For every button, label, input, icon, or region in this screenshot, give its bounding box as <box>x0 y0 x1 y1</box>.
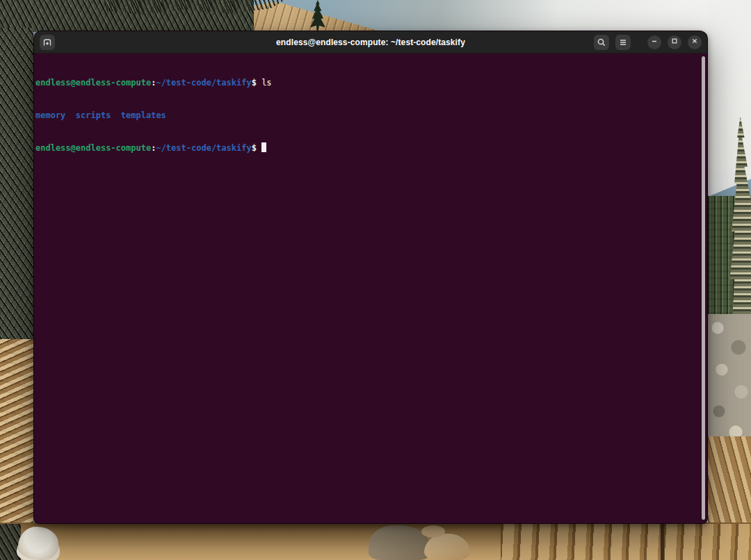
terminal-window: endless@endless-compute: ~/test-code/tas… <box>33 31 708 524</box>
close-x-icon <box>691 37 699 47</box>
close-button[interactable] <box>688 35 702 49</box>
maximize-square-icon <box>670 37 679 47</box>
wallpaper-rocky-slope <box>708 314 751 446</box>
minimize-button[interactable] <box>647 35 661 49</box>
titlebar[interactable]: endless@endless-compute: ~/test-code/tas… <box>34 31 707 53</box>
wallpaper-woodpile-left <box>0 339 33 541</box>
new-tab-button[interactable] <box>40 35 55 50</box>
terminal-content[interactable]: endless@endless-compute:~/test-code/task… <box>34 54 707 523</box>
wallpaper-stone-small <box>421 525 445 538</box>
wallpaper-shadow-bottom-left <box>0 524 21 560</box>
search-button[interactable] <box>594 35 609 50</box>
menu-button[interactable] <box>615 35 631 50</box>
terminal-line-prompt-1: endless@endless-compute:~/test-code/task… <box>35 78 706 89</box>
wallpaper-planks-bottom-left <box>42 524 389 560</box>
terminal-cursor <box>261 142 266 152</box>
command-text: ls <box>261 78 271 88</box>
desktop: endless@endless-compute: ~/test-code/tas… <box>0 0 751 560</box>
scrollbar-thumb[interactable] <box>702 56 705 520</box>
terminal-line-output: memory scripts templates <box>35 110 706 122</box>
ls-output: memory scripts templates <box>35 110 166 120</box>
wallpaper-pole <box>661 524 664 560</box>
magnifier-icon <box>596 37 607 48</box>
prompt-user-host: endless@endless-compute <box>35 78 151 88</box>
wallpaper-branches-left <box>0 28 33 347</box>
new-tab-plus-icon <box>42 37 53 48</box>
prompt-path: ~/test-code/taskify <box>156 78 251 88</box>
prompt-path: ~/test-code/taskify <box>156 143 251 153</box>
wallpaper-carved-figure <box>18 527 58 560</box>
hamburger-menu-icon <box>617 37 629 48</box>
terminal-line-prompt-2: endless@endless-compute:~/test-code/task… <box>35 142 706 154</box>
prompt-user-host: endless@endless-compute <box>35 143 151 153</box>
prompt-symbol: $ <box>252 78 257 88</box>
maximize-button[interactable] <box>668 35 681 49</box>
minimize-dash-icon <box>650 37 659 47</box>
prompt-symbol: $ <box>252 143 257 153</box>
wallpaper-planks-bottom-right <box>501 524 751 560</box>
